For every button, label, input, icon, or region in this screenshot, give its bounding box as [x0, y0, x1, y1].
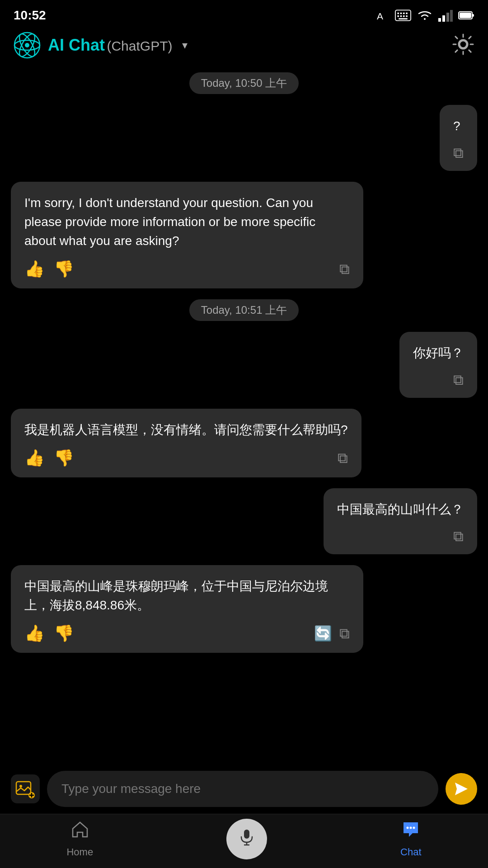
status-icons: A	[377, 9, 474, 22]
send-button[interactable]	[446, 773, 477, 805]
bubble-actions: 👍 👎 🔄 ⧉	[24, 621, 350, 646]
bubble-actions-left: 👍 👎	[24, 257, 74, 281]
header: AI Chat (ChatGPT) ▾	[0, 27, 488, 63]
a-icon: A	[377, 9, 389, 22]
ai-bubble: 中国最高的山峰是珠穆朗玛峰，位于中国与尼泊尔边境上，海拔8,848.86米。 👍…	[11, 565, 363, 653]
input-area	[0, 764, 488, 814]
bubble-actions-left: 👍 👎	[24, 446, 74, 470]
message-row: 你好吗？ ⧉	[11, 332, 477, 398]
status-time: 10:52	[14, 8, 46, 23]
timestamp-pill-1: Today, 10:50 上午	[189, 72, 299, 94]
signal-icon	[438, 9, 453, 22]
svg-rect-17	[460, 13, 471, 18]
refresh-icon[interactable]: 🔄	[314, 623, 332, 644]
svg-point-22	[25, 43, 29, 47]
message-text: 中国最高的山叫什么？	[337, 500, 464, 519]
nav-item-chat[interactable]: Chat	[400, 820, 421, 858]
chat-area: Today, 10:50 上午 ? ⧉ I'm sorry, I don't u…	[0, 63, 488, 764]
nav-item-mic[interactable]	[226, 819, 267, 859]
svg-text:A: A	[377, 11, 383, 21]
ai-bubble: 我是机器人语言模型，没有情绪。请问您需要什么帮助吗? 👍 👎 ⧉	[11, 409, 361, 477]
svg-rect-16	[472, 14, 474, 17]
svg-rect-12	[442, 15, 445, 22]
svg-rect-8	[403, 15, 405, 17]
svg-rect-5	[406, 13, 408, 14]
copy-icon[interactable]: ⧉	[453, 369, 464, 391]
header-left: AI Chat (ChatGPT) ▾	[14, 32, 188, 59]
image-plus-icon	[15, 779, 35, 799]
svg-rect-4	[403, 13, 405, 14]
mic-button[interactable]	[226, 819, 267, 859]
svg-rect-13	[446, 13, 449, 22]
svg-point-23	[460, 41, 467, 48]
copy-icon[interactable]: ⧉	[338, 447, 348, 469]
bubble-actions: 👍 👎 ⧉	[24, 257, 350, 281]
message-text: 中国最高的山峰是珠穆朗玛峰，位于中国与尼泊尔边境上，海拔8,848.86米。	[24, 577, 350, 615]
thumbs-up-icon[interactable]: 👍	[24, 257, 45, 281]
timestamp-label-2: Today, 10:51 上午	[11, 299, 477, 321]
ai-bubble: I'm sorry, I don't understand your quest…	[11, 182, 363, 288]
copy-icon[interactable]: ⧉	[453, 525, 464, 547]
nav-item-home[interactable]: Home	[66, 820, 93, 858]
svg-rect-3	[400, 13, 402, 14]
svg-rect-7	[400, 15, 402, 17]
copy-icon[interactable]: ⧉	[453, 142, 464, 164]
message-row: 中国最高的山叫什么？ ⧉	[11, 488, 477, 554]
send-icon	[453, 781, 469, 797]
bottom-nav: Home Chat	[0, 814, 488, 868]
extras-button[interactable]	[11, 774, 40, 803]
user-bubble: 中国最高的山叫什么？ ⧉	[324, 488, 477, 554]
message-input[interactable]	[47, 771, 438, 807]
header-app-sub: (ChatGPT)	[107, 38, 172, 53]
bubble-actions: ⧉	[453, 142, 464, 164]
svg-rect-11	[438, 18, 441, 22]
svg-rect-14	[450, 10, 453, 22]
app-logo-icon	[14, 32, 41, 59]
home-icon	[70, 820, 90, 844]
bubble-actions-left: 👍 👎	[24, 621, 74, 646]
bubble-actions: ⧉	[413, 369, 464, 391]
copy-icon[interactable]: ⧉	[339, 623, 350, 644]
message-text: 你好吗？	[413, 344, 464, 363]
svg-rect-9	[406, 15, 408, 17]
svg-point-33	[410, 827, 412, 829]
timestamp-pill-2: Today, 10:51 上午	[189, 299, 299, 321]
svg-point-34	[413, 827, 415, 829]
svg-rect-29	[244, 830, 249, 839]
svg-rect-2	[397, 13, 399, 14]
svg-rect-6	[397, 15, 399, 17]
mic-icon	[238, 828, 256, 850]
message-text: I'm sorry, I don't understand your quest…	[24, 193, 350, 250]
header-title-group: AI Chat (ChatGPT)	[48, 36, 172, 55]
chevron-down-icon[interactable]: ▾	[182, 39, 188, 52]
bubble-actions: ⧉	[337, 525, 464, 547]
user-bubble: 你好吗？ ⧉	[399, 332, 477, 398]
svg-rect-10	[399, 18, 408, 19]
message-row: ? ⧉	[11, 105, 477, 171]
status-bar: 10:52 A	[0, 0, 488, 27]
copy-icon[interactable]: ⧉	[339, 258, 350, 280]
thumbs-up-icon[interactable]: 👍	[24, 446, 45, 470]
battery-icon	[458, 9, 474, 22]
timestamp-label-1: Today, 10:50 上午	[11, 72, 477, 94]
gear-icon	[452, 33, 474, 56]
message-text: ?	[453, 117, 464, 136]
thumbs-up-icon[interactable]: 👍	[24, 621, 45, 646]
nav-label-home: Home	[66, 846, 93, 858]
thumbs-down-icon[interactable]: 👎	[54, 257, 74, 281]
user-bubble: ? ⧉	[440, 105, 477, 171]
bubble-actions: 👍 👎 ⧉	[24, 446, 348, 470]
svg-point-32	[407, 827, 409, 829]
keyboard-icon	[395, 9, 411, 22]
thumbs-down-icon[interactable]: 👎	[54, 446, 74, 470]
settings-button[interactable]	[452, 33, 474, 57]
message-row: 中国最高的山峰是珠穆朗玛峰，位于中国与尼泊尔边境上，海拔8,848.86米。 👍…	[11, 565, 477, 653]
message-row: I'm sorry, I don't understand your quest…	[11, 182, 477, 288]
svg-marker-28	[455, 783, 468, 795]
wifi-icon	[417, 9, 433, 22]
thumbs-down-icon[interactable]: 👎	[54, 621, 74, 646]
svg-point-26	[19, 785, 22, 788]
message-text: 我是机器人语言模型，没有情绪。请问您需要什么帮助吗?	[24, 420, 348, 439]
chat-icon	[401, 820, 421, 844]
header-app-name: AI Chat	[48, 36, 105, 54]
